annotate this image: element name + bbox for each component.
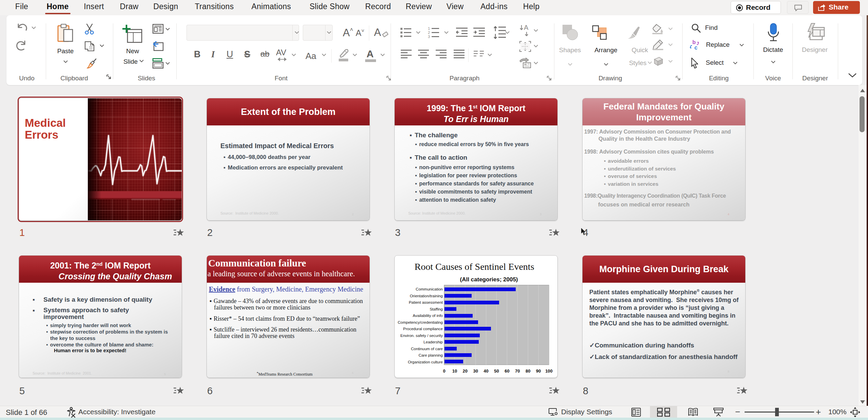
- svg-text:50: 50: [494, 368, 499, 374]
- svg-text:Organization culture: Organization culture: [408, 360, 443, 364]
- svg-text:Procedural compliance: Procedural compliance: [403, 327, 443, 331]
- svg-text:80: 80: [526, 368, 530, 374]
- svg-text:Staffing: Staffing: [430, 307, 443, 311]
- svg-text:Orientation/training: Orientation/training: [410, 294, 443, 298]
- svg-text:10: 10: [452, 368, 457, 374]
- svg-text:Leadership: Leadership: [423, 340, 443, 344]
- svg-text:70: 70: [515, 368, 520, 374]
- svg-text:Continuum of care: Continuum of care: [411, 347, 443, 351]
- svg-text:Availability of info: Availability of info: [413, 314, 443, 318]
- svg-text:b: b: [692, 39, 696, 45]
- svg-text:60: 60: [505, 368, 509, 374]
- svg-text:AV: AV: [276, 48, 286, 57]
- svg-text:Root Causes of Sentinel Events: Root Causes of Sentinel Events: [414, 261, 534, 272]
- svg-text:c: c: [694, 45, 697, 51]
- svg-text:0: 0: [443, 368, 445, 374]
- svg-text:(All categories; 2005): (All categories; 2005): [460, 276, 518, 283]
- svg-text:100: 100: [545, 368, 553, 374]
- svg-text:3: 3: [428, 35, 430, 39]
- svg-text:90: 90: [536, 368, 541, 374]
- svg-text:A: A: [524, 24, 529, 31]
- svg-text:Patient assessment: Patient assessment: [409, 300, 443, 304]
- svg-text:Communication: Communication: [416, 287, 443, 291]
- svg-text:30: 30: [473, 368, 478, 374]
- svg-text:1: 1: [428, 26, 430, 31]
- svg-text:20: 20: [463, 368, 468, 374]
- svg-text:Competency/credentialing: Competency/credentialing: [398, 320, 443, 324]
- svg-text:Care planning: Care planning: [418, 353, 443, 357]
- svg-text:2: 2: [428, 31, 430, 35]
- svg-text:Environ. safety / security: Environ. safety / security: [400, 334, 443, 338]
- svg-text:40: 40: [484, 368, 488, 374]
